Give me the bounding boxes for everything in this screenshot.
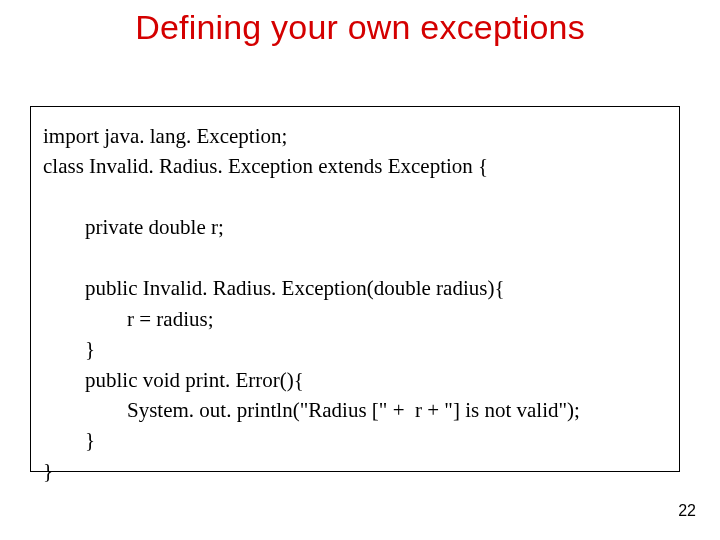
page-number: 22 [678,502,696,520]
slide-title: Defining your own exceptions [0,8,720,47]
code-block: import java. lang. Exception; class Inva… [43,121,669,486]
code-box: import java. lang. Exception; class Inva… [30,106,680,472]
slide: Defining your own exceptions import java… [0,0,720,540]
